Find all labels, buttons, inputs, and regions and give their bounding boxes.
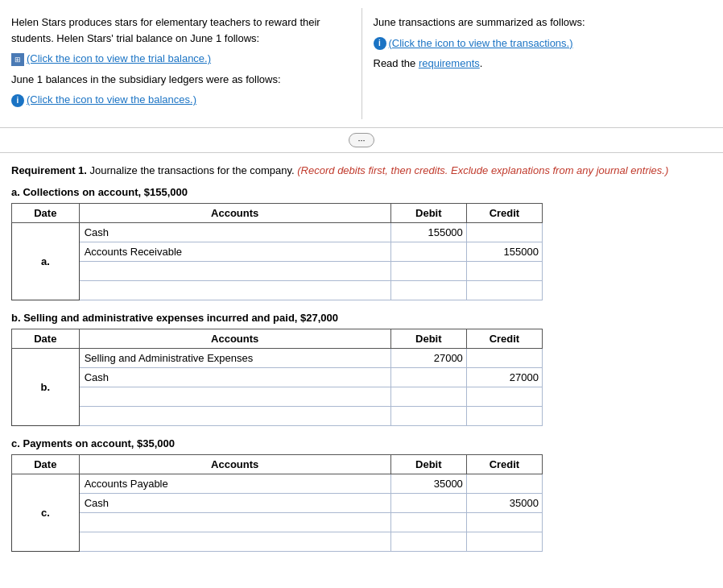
balances-link[interactable]: (Click the icon to view the balances.): [27, 93, 196, 106]
account-cell-a-2[interactable]: Accounts Receivable: [79, 242, 390, 262]
th-debit-c: Debit: [390, 455, 466, 474]
grid-icon[interactable]: ⊞: [11, 53, 24, 66]
transactions-line: June transactions are summarized as foll…: [374, 14, 713, 31]
credit-cell-a-1[interactable]: [466, 223, 542, 242]
account-cell-a-1[interactable]: Cash: [79, 223, 390, 242]
divider-row: ···: [0, 128, 723, 153]
section-b-label: b. Selling and administrative expenses i…: [11, 312, 712, 324]
debit-cell-c-4[interactable]: [390, 532, 466, 552]
balances-link-line: i(Click the icon to view the balances.): [11, 92, 350, 108]
credit-cell-c-2[interactable]: 35000: [466, 494, 542, 513]
th-debit-b: Debit: [390, 329, 466, 349]
account-cell-c-1[interactable]: Accounts Payable: [79, 474, 390, 494]
transactions-link[interactable]: (Click the icon to view the transactions…: [389, 37, 573, 49]
account-cell-b-3[interactable]: [79, 387, 390, 407]
account-cell-b-4[interactable]: [79, 407, 390, 426]
date-cell-c: c.: [12, 474, 80, 552]
table-row: [12, 262, 543, 281]
top-left: Helen Stars produces stars for elementar…: [0, 8, 362, 119]
account-cell-b-1[interactable]: Selling and Administrative Expenses: [79, 349, 390, 368]
intro-line1: Helen Stars produces stars for elementar…: [11, 14, 350, 46]
credit-cell-b-1[interactable]: [466, 349, 542, 368]
debit-cell-a-3[interactable]: [390, 262, 466, 281]
table-row: [12, 513, 543, 532]
th-accounts-b: Accounts: [79, 329, 390, 349]
debit-cell-b-1[interactable]: 27000: [390, 349, 466, 368]
th-debit-a: Debit: [390, 204, 466, 223]
requirement-text: Journalize the transactions for the comp…: [90, 164, 298, 176]
account-cell-b-2[interactable]: Cash: [79, 368, 390, 387]
th-accounts-c: Accounts: [79, 455, 390, 474]
credit-cell-a-4[interactable]: [466, 281, 542, 300]
table-row: [12, 387, 543, 407]
section-c-title: Payments on account, $35,000: [23, 437, 175, 449]
debit-cell-c-2[interactable]: [390, 494, 466, 513]
trial-balance-link[interactable]: (Click the icon to view the trial balanc…: [27, 52, 211, 64]
section-c-label: c. Payments on account, $35,000: [11, 437, 712, 449]
top-right: June transactions are summarized as foll…: [362, 8, 724, 119]
requirement-note: (Record debits first, then credits. Excl…: [297, 164, 668, 176]
credit-cell-b-2[interactable]: 27000: [466, 368, 542, 387]
credit-cell-b-3[interactable]: [466, 387, 542, 407]
table-row: a. Cash 155000: [12, 223, 543, 242]
table-row: [12, 407, 543, 426]
date-cell-a: a.: [12, 223, 80, 300]
journal-table-c: Date Accounts Debit Credit c. Accounts P…: [11, 454, 543, 552]
section-b-title: Selling and administrative expenses incu…: [23, 312, 338, 324]
requirement-label: Requirement 1.: [11, 164, 87, 176]
th-credit-a: Credit: [466, 204, 542, 223]
journal-table-a: Date Accounts Debit Credit a. Cash 15500…: [11, 203, 543, 300]
debit-cell-b-2[interactable]: [390, 368, 466, 387]
credit-cell-c-1[interactable]: [466, 474, 542, 494]
th-credit-b: Credit: [466, 329, 542, 349]
table-row: [12, 532, 543, 552]
table-row: Accounts Receivable 155000: [12, 242, 543, 262]
journal-table-b: Date Accounts Debit Credit b. Selling an…: [11, 329, 543, 426]
debit-cell-a-1[interactable]: 155000: [390, 223, 466, 242]
credit-cell-b-4[interactable]: [466, 407, 542, 426]
th-accounts-a: Accounts: [79, 204, 390, 223]
table-row: c. Accounts Payable 35000: [12, 474, 543, 494]
main-content: Requirement 1. Journalize the transactio…: [0, 153, 723, 567]
th-date-c: Date: [12, 455, 80, 474]
credit-cell-c-4[interactable]: [466, 532, 542, 552]
th-credit-c: Credit: [466, 455, 542, 474]
table-row: Cash 27000: [12, 368, 543, 387]
section-a-label: a. Collections on account, $155,000: [11, 186, 712, 198]
debit-cell-b-3[interactable]: [390, 387, 466, 407]
trial-balance-link-line: ⊞(Click the icon to view the trial balan…: [11, 51, 350, 67]
credit-cell-a-3[interactable]: [466, 262, 542, 281]
subsidiary-line: June 1 balances in the subsidiary ledger…: [11, 72, 350, 88]
debit-cell-c-1[interactable]: 35000: [390, 474, 466, 494]
info-icon-balances[interactable]: i: [11, 94, 24, 107]
th-date-b: Date: [12, 329, 80, 349]
section-a-letter: a.: [11, 186, 23, 198]
account-cell-c-4[interactable]: [79, 532, 390, 552]
info-icon-transactions[interactable]: i: [374, 37, 386, 50]
top-section: Helen Stars produces stars for elementar…: [0, 0, 723, 128]
account-cell-c-3[interactable]: [79, 513, 390, 532]
th-date-a: Date: [12, 204, 80, 223]
debit-cell-a-4[interactable]: [390, 281, 466, 300]
debit-cell-c-3[interactable]: [390, 513, 466, 532]
requirement-line: Requirement 1. Journalize the transactio…: [11, 163, 712, 179]
account-cell-a-4[interactable]: [79, 281, 390, 300]
credit-cell-c-3[interactable]: [466, 513, 542, 532]
debit-cell-b-4[interactable]: [390, 407, 466, 426]
section-b-letter: b.: [11, 312, 23, 324]
date-cell-b: b.: [12, 349, 80, 426]
requirements-line: Read the requirements.: [374, 56, 713, 72]
account-cell-a-3[interactable]: [79, 262, 390, 281]
requirements-link[interactable]: requirements: [419, 57, 480, 69]
section-c-letter: c.: [11, 437, 23, 449]
table-row: [12, 281, 543, 300]
table-row: Cash 35000: [12, 494, 543, 513]
section-a-title: Collections on account, $155,000: [23, 186, 187, 198]
credit-cell-a-2[interactable]: 155000: [466, 242, 542, 262]
debit-cell-a-2[interactable]: [390, 242, 466, 262]
ellipsis-button[interactable]: ···: [349, 133, 374, 147]
transactions-link-line: i(Click the icon to view the transaction…: [374, 35, 713, 52]
table-row: b. Selling and Administrative Expenses 2…: [12, 349, 543, 368]
account-cell-c-2[interactable]: Cash: [79, 494, 390, 513]
